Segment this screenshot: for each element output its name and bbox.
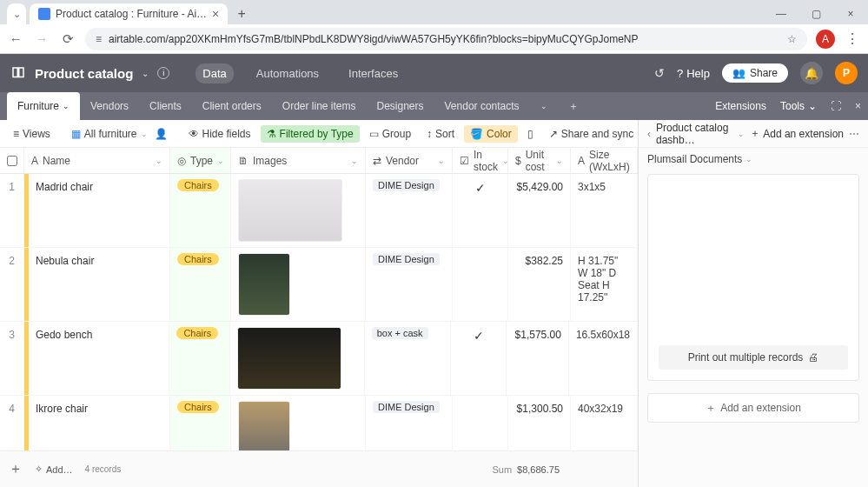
views-button[interactable]: ≡Views — [7, 125, 56, 143]
table-tab-client-orders[interactable]: Client orders — [192, 92, 272, 120]
cell-name[interactable]: Nebula chair — [29, 248, 170, 321]
add-record-button[interactable]: ＋ — [9, 460, 23, 478]
help-button[interactable]: ?Help — [677, 67, 710, 80]
add-extension-box[interactable]: ＋ Add an extension — [647, 393, 859, 423]
history-icon[interactable]: ↺ — [654, 66, 665, 80]
add-table-button[interactable]: ＋ — [558, 92, 589, 120]
profile-avatar[interactable]: A — [816, 30, 835, 49]
cell-type[interactable]: Chairs — [170, 248, 231, 321]
browser-tab[interactable]: Product catalog : Furniture - Ai… × — [30, 3, 228, 24]
tab-data[interactable]: Data — [195, 63, 233, 83]
chevron-down-icon[interactable]: ⌄ — [217, 157, 224, 165]
select-all-checkbox[interactable] — [0, 148, 24, 173]
cell-unit-cost[interactable]: $5,429.00 — [508, 174, 571, 247]
view-picker[interactable]: ▦All furniture⌄👤 — [65, 125, 174, 143]
base-title[interactable]: Product catalog — [35, 66, 133, 81]
table-tab-designers[interactable]: Designers — [367, 92, 434, 120]
table-tab-vendor-contacts[interactable]: Vendor contacts — [434, 92, 530, 120]
image-thumbnail[interactable] — [237, 327, 341, 390]
cell-name[interactable]: Gedo bench — [29, 322, 169, 395]
table-row[interactable]: 3Gedo benchChairsbox + cask✓$1,575.0016.… — [0, 322, 638, 396]
cell-type[interactable]: Chairs — [170, 396, 231, 450]
bookmark-icon[interactable]: ☆ — [787, 33, 797, 45]
column-in-stock[interactable]: ☑In stock⌄ — [453, 148, 508, 173]
group-button[interactable]: ▭Group — [363, 125, 417, 143]
column-type[interactable]: ◎Type⌄ — [170, 148, 231, 173]
column-vendor[interactable]: ⇄Vendor⌄ — [366, 148, 453, 173]
minimize-button[interactable]: — — [764, 3, 798, 24]
tab-interfaces[interactable]: Interfaces — [341, 63, 405, 83]
cell-unit-cost[interactable]: $1,575.00 — [507, 322, 569, 395]
grid-body[interactable]: 1Madrid chairChairsDIME Design✓$5,429.00… — [0, 174, 638, 450]
summary-cell[interactable]: Sum $8,686.75 — [492, 464, 560, 475]
base-menu-chevron-icon[interactable]: ⌄ — [142, 69, 149, 78]
cell-unit-cost[interactable]: $1,300.50 — [508, 396, 571, 450]
table-tab-more[interactable]: ⌄ — [530, 92, 558, 120]
column-name[interactable]: AName⌄ — [24, 148, 170, 173]
color-button[interactable]: 🪣Color — [464, 125, 518, 143]
tools-menu[interactable]: Tools⌄ — [780, 100, 817, 112]
back-button[interactable]: ← — [7, 30, 24, 48]
chevron-down-icon[interactable]: ⌄ — [156, 157, 162, 165]
url-input[interactable]: ≡ airtable.com/app20XKmHmYfsG7mB/tblNPbd… — [85, 28, 807, 50]
table-tab-furniture[interactable]: Furniture⌄ — [7, 92, 80, 120]
cell-vendor[interactable]: box + cask — [365, 322, 452, 395]
notifications-button[interactable]: 🔔 — [800, 62, 823, 84]
close-panel-icon[interactable]: × — [855, 100, 861, 112]
close-window-button[interactable]: × — [833, 3, 868, 24]
table-tab-order-line-items[interactable]: Order line items — [272, 92, 367, 120]
cell-type[interactable]: Chairs — [170, 174, 231, 247]
share-button[interactable]: 👥 Share — [722, 63, 788, 83]
table-row[interactable]: 1Madrid chairChairsDIME Design✓$5,429.00… — [0, 174, 638, 248]
chevron-down-icon[interactable]: ⌄ — [351, 157, 358, 165]
column-size[interactable]: ASize (WxLxH) — [571, 148, 638, 173]
cell-vendor[interactable]: DIME Design — [366, 396, 453, 450]
maximize-button[interactable]: ▢ — [798, 3, 833, 24]
site-info-icon[interactable]: ≡ — [96, 33, 102, 45]
image-thumbnail[interactable] — [238, 401, 290, 450]
column-images[interactable]: 🗎Images⌄ — [231, 148, 366, 173]
cell-vendor[interactable]: DIME Design — [366, 174, 453, 247]
chevron-down-icon[interactable]: ⌄ — [438, 157, 445, 165]
cell-images[interactable] — [231, 248, 366, 321]
more-icon[interactable]: ⋯ — [849, 128, 859, 140]
cell-images[interactable] — [230, 322, 364, 395]
share-sync-button[interactable]: ↗Share and sync — [543, 125, 639, 143]
hide-fields-button[interactable]: 👁Hide fields — [182, 125, 257, 143]
cell-images[interactable] — [231, 174, 366, 247]
vendor-chip[interactable]: DIME Design — [373, 401, 440, 413]
cell-in-stock[interactable]: ✓ — [453, 174, 508, 247]
print-records-button[interactable]: Print out multiple records 🖨 — [659, 345, 848, 370]
add-menu[interactable]: ✧Add… — [35, 464, 73, 475]
vendor-chip[interactable]: DIME Design — [373, 253, 440, 265]
table-row[interactable]: 4Ikrore chairChairsDIME Design$1,300.504… — [0, 396, 638, 450]
cell-vendor[interactable]: DIME Design — [366, 248, 453, 321]
tab-automations[interactable]: Automations — [249, 63, 326, 83]
info-icon[interactable]: i — [157, 67, 169, 79]
expand-icon[interactable]: ⛶ — [831, 100, 841, 112]
chevron-down-icon[interactable]: ⌄ — [556, 157, 563, 165]
extension-title[interactable]: Plumsail Documents⌄ — [639, 148, 868, 170]
cell-name[interactable]: Ikrore chair — [29, 396, 170, 450]
cell-size[interactable]: 16.5x60x18 — [569, 322, 638, 395]
close-icon[interactable]: × — [212, 7, 219, 21]
chevron-down-icon[interactable]: ⌄ — [63, 102, 70, 110]
row-height-button[interactable]: ▯ — [521, 125, 540, 143]
collapse-icon[interactable]: ‹ — [647, 128, 651, 140]
image-thumbnail[interactable] — [238, 253, 290, 316]
cell-size[interactable]: 40x32x19 — [571, 396, 638, 450]
image-thumbnail[interactable] — [238, 179, 342, 242]
forward-button[interactable]: → — [33, 30, 50, 48]
new-tab-button[interactable]: + — [231, 3, 252, 24]
cell-images[interactable] — [231, 396, 366, 450]
table-tab-vendors[interactable]: Vendors — [80, 92, 139, 120]
cell-type[interactable]: Chairs — [169, 322, 230, 395]
table-row[interactable]: 2Nebula chairChairsDIME Design$382.25H 3… — [0, 248, 638, 322]
dashboard-picker[interactable]: Product catalog dashb…⌄ — [656, 122, 745, 146]
cell-name[interactable]: Madrid chair — [29, 174, 170, 247]
cell-size[interactable]: 3x1x5 — [571, 174, 638, 247]
add-extension-button[interactable]: ＋Add an extension — [750, 126, 844, 141]
vendor-chip[interactable]: DIME Design — [373, 179, 440, 191]
tab-search-button[interactable]: ⌄ — [7, 3, 26, 24]
sort-button[interactable]: ↕Sort — [421, 125, 461, 143]
